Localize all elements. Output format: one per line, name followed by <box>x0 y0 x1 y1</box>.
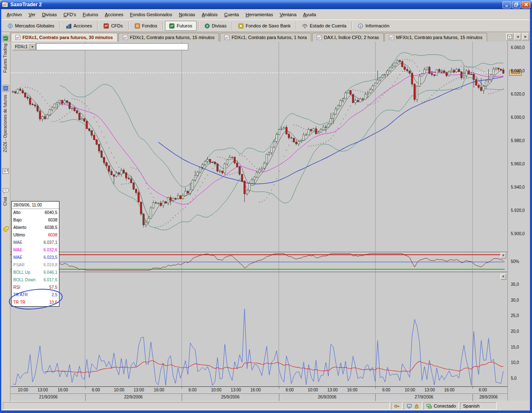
toolbar-item-label: Fondos de Saxo Bank <box>246 21 291 31</box>
time-tick: 13:00 <box>229 388 243 392</box>
window-border-bottom <box>0 411 532 413</box>
tag-icon[interactable] <box>2 226 9 233</box>
toolbar: Mercados GlobalesAccionesCFDsFondosFutur… <box>1 20 530 32</box>
time-tick: 10:00 <box>403 388 417 392</box>
menu-item-ver[interactable]: Ver <box>25 10 39 19</box>
toolbar-item-informacion[interactable]: iInformación <box>354 21 393 31</box>
sidebar-item-zgz6-operaciones-de-futuros[interactable]: ZGZ6 - Operaciones de futuros <box>3 95 7 152</box>
menu-item-divisas[interactable]: Divisas <box>39 10 60 19</box>
chart-tab-fdxc1-contrato-para-futuros-15-minutos[interactable]: FDXc1, Contrato para futuros, 15 minutos <box>118 33 219 42</box>
toolbar-item-label: Divisas <box>212 21 227 31</box>
close-button[interactable] <box>522 1 530 8</box>
menu-item-acciones[interactable]: Acciones <box>101 10 127 19</box>
window-title: SaxoTrader 2 <box>10 2 42 7</box>
menu-item-ventana[interactable]: Ventana <box>276 10 300 19</box>
tooltip-row-value: 6.019,8 <box>44 261 57 269</box>
tooltip-row-value: 6.023,5 <box>44 254 57 261</box>
menu-item-futuros[interactable]: Futuros <box>79 10 101 19</box>
toolbar-item-fondos[interactable]: Fondos <box>131 21 161 31</box>
status-session-panel <box>391 402 402 410</box>
chart-tab-mfxic1-contrato-para-futuros-15-minutos[interactable]: MFXIc1, Contrato para futuros, 15 minuto… <box>384 33 487 42</box>
dropdown-arrow-icon[interactable]: ▼ <box>30 44 35 50</box>
menu-item-noticias[interactable]: Noticias <box>175 10 198 19</box>
chat-icon[interactable] <box>2 187 9 194</box>
time-tick: 6:00 <box>283 388 297 392</box>
menu-item-analisis[interactable]: Análisis <box>199 10 221 19</box>
tooltip-row-label: TR TR <box>13 299 25 306</box>
watchlist-icon[interactable] <box>2 167 9 175</box>
date-axis: 21/9/200622/9/200625/9/200626/9/200627/9… <box>10 393 507 401</box>
tab-scroll-left-icon[interactable]: ◄ <box>514 33 521 40</box>
toolbar-item-acciones[interactable]: Acciones <box>62 21 96 31</box>
lock-icon <box>414 403 419 409</box>
tooltip-row-boll-up: BOLL Up6.046,1 <box>12 269 59 276</box>
date-label: 21/9/2006 <box>12 395 85 399</box>
tooltip-row-value: 6.046,1 <box>44 269 57 276</box>
title-bar[interactable]: SaxoTrader 2 <box>0 0 532 9</box>
tab-scroll-right-icon[interactable]: ► <box>522 33 529 40</box>
atr-close-button[interactable]: × <box>500 274 506 280</box>
sidebar-item-chat[interactable]: Chat <box>3 197 7 206</box>
date-separator <box>375 394 376 401</box>
rsi-close-button[interactable]: × <box>500 253 506 258</box>
toolbar-item-futuros[interactable]: Futuros <box>165 21 196 31</box>
fx-icon: $ <box>204 23 210 29</box>
funds-icon <box>135 23 140 29</box>
restore-button[interactable] <box>512 1 521 8</box>
time-tick: 13:00 <box>325 388 340 392</box>
language-selector[interactable]: Spanish <box>460 402 497 410</box>
toolbar-item-mercados-globales[interactable]: Mercados Globales <box>4 21 58 31</box>
toolbar-item-divisas[interactable]: $Divisas <box>201 21 230 31</box>
toolbar-separator <box>352 22 352 30</box>
toolbar-separator <box>97 22 98 30</box>
rsi-chart[interactable] <box>10 252 507 272</box>
toolbar-separator <box>128 22 129 30</box>
toolbar-item-fondos-de-saxo-bank[interactable]: Fondos de Saxo Bank <box>234 21 294 31</box>
cfd-icon <box>103 23 109 29</box>
main-chart-panel[interactable] <box>10 42 507 252</box>
time-tick: 13:00 <box>423 388 437 392</box>
atr-chart[interactable] <box>10 272 507 386</box>
price-axis-label: 5.920,0 <box>511 208 525 213</box>
symbol-combobox-value: FDXc1 <box>15 44 28 49</box>
account-icon <box>302 23 308 29</box>
tooltip-row-mae: MAE6.023,5 <box>12 254 59 261</box>
window-layout-button[interactable] <box>506 33 513 40</box>
menu-item-fondos-gestionados[interactable]: Fondos Gestionados <box>127 10 176 19</box>
candlestick-chart[interactable] <box>10 42 507 252</box>
toolbar-item-label: Fondos <box>142 21 158 31</box>
menu-item-ayuda[interactable]: Ayuda <box>300 10 319 19</box>
menu-item-cfd-s[interactable]: CFD's <box>60 10 79 19</box>
chart-tab-fdxc1-contrato-para-futuros-30-minutos[interactable]: FDXc1, Contrato para futuros, 30 minutos <box>11 33 118 42</box>
atr-panel[interactable] <box>10 272 507 386</box>
sidebar-item-futures-trading[interactable]: Futures Trading <box>3 44 7 73</box>
toolbar-item-cfds[interactable]: CFDs <box>100 21 126 31</box>
futures-operations-icon[interactable] <box>2 85 9 92</box>
chart-tab-dax-i-indice-cfd-2-horas[interactable]: DAX.I, Índice CFD, 2 horas <box>312 33 384 42</box>
futures-trading-icon[interactable] <box>2 35 9 42</box>
rsi-panel[interactable] <box>10 252 507 272</box>
symbol-input[interactable] <box>36 43 188 50</box>
tooltip-row-label: Ultimo <box>13 231 25 239</box>
minimize-button[interactable] <box>502 1 511 8</box>
tooltip-row-tr-atr: TR ATR2,5 <box>12 291 59 299</box>
symbol-combobox[interactable]: FDXc1 ▼ <box>12 43 36 50</box>
tooltip-row-label: BOLL Up <box>13 269 30 276</box>
tooltip-rows: Alto6040,5Bajo6038Abierto6038,5Ultimo603… <box>12 209 59 306</box>
menu-item-cuenta[interactable]: Cuenta <box>221 10 242 19</box>
toolbar-separator <box>232 22 233 30</box>
menu-item-archivo[interactable]: Archivo <box>3 10 25 19</box>
menu-item-herramientas[interactable]: Herramientas <box>242 10 276 19</box>
atr-axis-label: 25,0 <box>511 313 519 318</box>
connection-icon <box>426 403 432 409</box>
chart-tabs: FDXc1, Contrato para futuros, 30 minutos… <box>11 32 488 42</box>
time-tick: 16:00 <box>56 388 70 392</box>
chart-symbol-bar: FDXc1 ▼ <box>12 43 188 50</box>
toolbar-item-label: Futuros <box>177 21 192 31</box>
info-icon: i <box>358 23 363 29</box>
date-label: 27/9/2006 <box>375 395 473 399</box>
chart-tab-fdxc1-contrato-para-futuros-1-hora[interactable]: FDXc1, Contrato para futuros, 1 hora <box>220 33 311 42</box>
tooltip-row-tr-tr: TR TR10,6 <box>12 299 59 306</box>
toolbar-item-estado-de-cuenta[interactable]: Estado de Cuenta <box>298 21 350 31</box>
tooltip-row-mae: MAE6.032,6 <box>12 246 59 254</box>
